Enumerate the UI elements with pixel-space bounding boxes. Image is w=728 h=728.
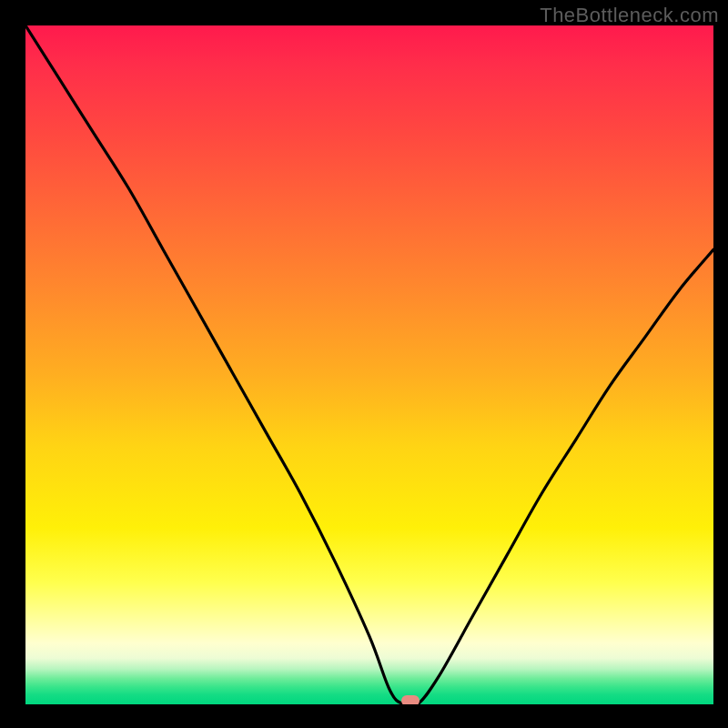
watermark-text: TheBottleneck.com [540,4,719,27]
bottleneck-curve [25,25,713,704]
chart-stage: TheBottleneck.com [0,0,728,728]
optimal-marker [401,695,420,704]
plot-area [25,25,713,704]
